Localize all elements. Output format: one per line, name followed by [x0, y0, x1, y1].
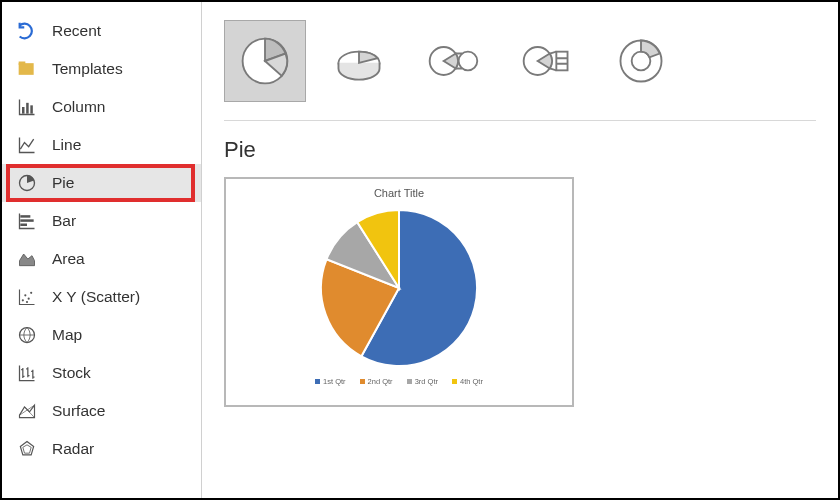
sidebar-item-label: Templates: [52, 60, 123, 78]
subtype-bar-of-pie[interactable]: [506, 20, 588, 102]
svg-rect-1: [19, 62, 26, 65]
svg-marker-16: [23, 445, 31, 453]
chart-preview[interactable]: Chart Title 1st Qt: [224, 177, 574, 407]
sidebar-item-label: Radar: [52, 440, 94, 458]
svg-point-13: [26, 301, 28, 303]
sidebar-item-label: Stock: [52, 364, 91, 382]
svg-rect-3: [26, 103, 29, 114]
sidebar-item-scatter[interactable]: X Y (Scatter): [2, 278, 201, 316]
subtype-pie[interactable]: [224, 20, 306, 102]
sidebar-item-recent[interactable]: Recent: [2, 12, 201, 50]
svg-rect-22: [556, 52, 567, 71]
sidebar-item-label: Bar: [52, 212, 76, 230]
section-title: Pie: [224, 137, 816, 163]
sidebar-item-label: Area: [52, 250, 85, 268]
sidebar-item-area[interactable]: Area: [2, 240, 201, 278]
sidebar-item-label: Column: [52, 98, 105, 116]
sidebar-item-templates[interactable]: Templates: [2, 50, 201, 88]
svg-point-11: [28, 298, 30, 300]
column-chart-icon: [16, 96, 38, 118]
stock-chart-icon: [16, 362, 38, 384]
svg-point-9: [22, 299, 24, 301]
legend-item: 1st Qtr: [315, 377, 346, 386]
sidebar-item-map[interactable]: Map: [2, 316, 201, 354]
main-content: Pie Chart Title: [202, 2, 838, 498]
bar-chart-icon: [16, 210, 38, 232]
area-chart-icon: [16, 248, 38, 270]
chart-subtype-row: [224, 20, 816, 121]
sidebar-item-label: Recent: [52, 22, 101, 40]
line-chart-icon: [16, 134, 38, 156]
legend-item: 4th Qtr: [452, 377, 483, 386]
sidebar-item-bar[interactable]: Bar: [2, 202, 201, 240]
legend-item: 2nd Qtr: [360, 377, 393, 386]
scatter-chart-icon: [16, 286, 38, 308]
sidebar-item-line[interactable]: Line: [2, 126, 201, 164]
sidebar-item-label: Pie: [52, 174, 74, 192]
sidebar-item-label: Map: [52, 326, 82, 344]
radar-chart-icon: [16, 438, 38, 460]
subtype-doughnut[interactable]: [600, 20, 682, 102]
sidebar-item-label: X Y (Scatter): [52, 288, 140, 306]
surface-chart-icon: [16, 400, 38, 422]
svg-point-12: [30, 292, 32, 294]
svg-rect-0: [19, 63, 34, 75]
sidebar-item-pie[interactable]: Pie: [2, 164, 201, 202]
svg-rect-7: [20, 219, 33, 222]
sidebar-item-label: Surface: [52, 402, 105, 420]
svg-point-10: [24, 294, 26, 296]
sidebar-item-label: Line: [52, 136, 81, 154]
svg-rect-6: [20, 215, 30, 218]
recent-icon: [16, 20, 38, 42]
svg-rect-4: [30, 105, 33, 113]
sidebar-item-column[interactable]: Column: [2, 88, 201, 126]
chart-legend: 1st Qtr 2nd Qtr 3rd Qtr 4th Qtr: [315, 377, 483, 386]
pie-chart-svg: [309, 203, 489, 373]
sidebar-item-surface[interactable]: Surface: [2, 392, 201, 430]
svg-rect-2: [22, 107, 25, 114]
sidebar-item-stock[interactable]: Stock: [2, 354, 201, 392]
chart-title: Chart Title: [374, 187, 424, 199]
svg-rect-8: [20, 224, 27, 227]
templates-icon: [16, 58, 38, 80]
map-chart-icon: [16, 324, 38, 346]
subtype-3d-pie[interactable]: [318, 20, 400, 102]
sidebar-item-radar[interactable]: Radar: [2, 430, 201, 468]
subtype-pie-of-pie[interactable]: [412, 20, 494, 102]
pie-chart-icon: [16, 172, 38, 194]
legend-item: 3rd Qtr: [407, 377, 438, 386]
chart-category-sidebar: Recent Templates Column Line Pie Bar: [2, 2, 202, 498]
